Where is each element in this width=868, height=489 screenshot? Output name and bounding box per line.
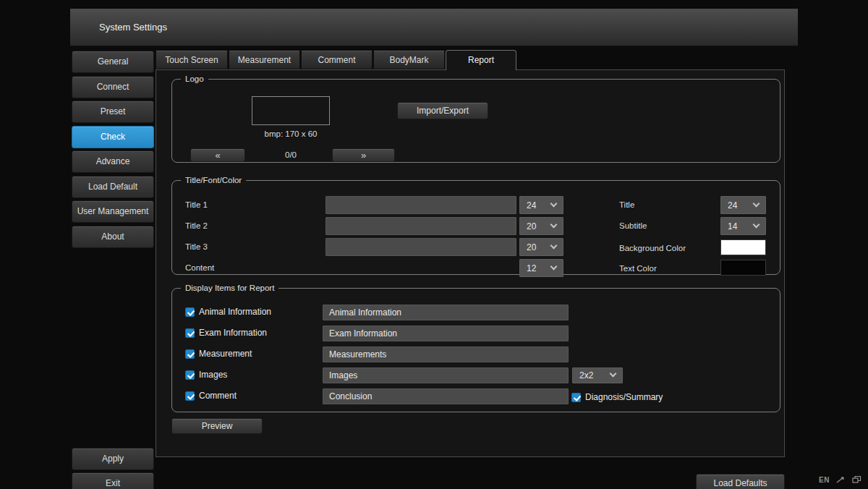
exam-information-checkbox-label: Exam Information	[199, 328, 267, 338]
system-settings-screen: System Settings General Connect Preset C…	[0, 0, 868, 489]
title3-label: Title 3	[185, 242, 208, 251]
sidebar-item-advance[interactable]: Advance	[72, 150, 154, 173]
status-tray: EN	[819, 475, 868, 484]
exam-information-checkbox-row[interactable]: Exam Information	[185, 328, 267, 338]
chevron-down-icon	[550, 263, 558, 270]
tab-bodymark[interactable]: BodyMark	[373, 50, 445, 69]
images-layout-value: 2x2	[579, 370, 593, 380]
content-label: Content	[185, 263, 214, 272]
chevron-down-icon	[753, 200, 760, 207]
animal-information-checkbox[interactable]	[185, 307, 195, 317]
title-font-color-legend: Title/Font/Color	[181, 176, 246, 184]
chevron-down-icon	[550, 200, 558, 207]
report-settings-panel: Logo bmp: 170 x 60 Import/Export « 0/0 »…	[156, 69, 785, 457]
diagnosis-summary-checkbox-row[interactable]: Diagnosis/Summary	[571, 392, 663, 402]
text-color-swatch[interactable]	[720, 260, 766, 276]
sidebar-item-about[interactable]: About	[72, 226, 154, 248]
report-subtitle-size-select[interactable]: 14	[720, 217, 766, 235]
content-size-select[interactable]: 12	[519, 259, 563, 277]
import-export-button[interactable]: Import/Export	[397, 102, 488, 119]
report-title-size-value: 24	[728, 200, 737, 211]
title-font-color-section: Title/Font/Color Title 1 24 Title 2 20 T…	[171, 176, 780, 275]
title1-size-value: 24	[527, 200, 536, 211]
load-defaults-button[interactable]: Load Defaults	[696, 474, 785, 489]
chevron-down-icon	[550, 221, 558, 228]
animal-information-checkbox-label: Animal Information	[199, 307, 271, 317]
logo-prev-button[interactable]: «	[190, 148, 245, 162]
report-subtitle-size-value: 14	[728, 221, 737, 231]
comment-title-input[interactable]	[323, 388, 569, 404]
tab-comment[interactable]: Comment	[301, 50, 373, 69]
diagnosis-summary-checkbox-label: Diagnosis/Summary	[585, 392, 663, 402]
window-titlebar: System Settings	[70, 9, 798, 46]
measurement-checkbox-label: Measurement	[199, 349, 252, 359]
title2-input[interactable]	[326, 217, 516, 235]
diagnosis-summary-checkbox[interactable]	[571, 393, 581, 402]
exit-button[interactable]: Exit	[72, 472, 154, 489]
background-color-label: Background Color	[619, 244, 686, 252]
measurement-checkbox-row[interactable]: Measurement	[185, 349, 252, 359]
display-items-section: Display Items for Report Animal Informat…	[171, 284, 780, 412]
images-title-input[interactable]	[323, 367, 569, 383]
logo-preview-box	[252, 96, 330, 125]
title1-input[interactable]	[326, 196, 516, 214]
title3-input[interactable]	[326, 238, 516, 256]
exam-information-title-input[interactable]	[323, 326, 569, 341]
title3-size-select[interactable]: 20	[519, 238, 563, 256]
logo-section-legend: Logo	[181, 75, 208, 83]
logo-next-button[interactable]: »	[332, 148, 395, 162]
sidebar-item-user-management[interactable]: User Management	[72, 200, 154, 223]
comment-checkbox-row[interactable]: Comment	[185, 391, 237, 401]
images-checkbox[interactable]	[185, 370, 195, 380]
report-title-label: Title	[619, 200, 634, 209]
title3-size-value: 20	[527, 242, 536, 252]
exam-information-checkbox[interactable]	[185, 328, 195, 338]
title2-label: Title 2	[185, 221, 208, 230]
comment-checkbox-label: Comment	[199, 391, 237, 401]
sidebar-item-check[interactable]: Check	[72, 126, 154, 148]
background-color-swatch[interactable]	[720, 239, 766, 255]
comment-checkbox[interactable]	[185, 391, 195, 401]
title1-label: Title 1	[185, 200, 208, 209]
apply-button[interactable]: Apply	[72, 448, 154, 470]
tab-measurement[interactable]: Measurement	[229, 50, 300, 69]
title2-size-value: 20	[527, 221, 536, 231]
images-layout-select[interactable]: 2x2	[572, 367, 623, 383]
logo-page-indicator: 0/0	[273, 150, 309, 159]
images-checkbox-row[interactable]: Images	[185, 370, 227, 380]
animal-information-title-input[interactable]	[323, 305, 569, 320]
logo-size-label: bmp: 170 x 60	[252, 129, 330, 138]
signal-icon	[836, 475, 846, 484]
tab-report[interactable]: Report	[446, 50, 516, 70]
display-items-legend: Display Items for Report	[181, 284, 278, 292]
windows-icon	[852, 475, 861, 484]
sidebar-item-connect[interactable]: Connect	[72, 76, 154, 98]
language-indicator: EN	[819, 476, 830, 484]
preview-button[interactable]: Preview	[171, 418, 263, 434]
content-size-value: 12	[527, 263, 536, 273]
measurement-checkbox[interactable]	[185, 349, 195, 359]
logo-section: Logo bmp: 170 x 60 Import/Export « 0/0 »	[171, 75, 780, 163]
measurement-title-input[interactable]	[323, 346, 569, 362]
images-checkbox-label: Images	[199, 370, 227, 380]
sidebar-item-general[interactable]: General	[72, 51, 154, 73]
report-title-size-select[interactable]: 24	[720, 196, 766, 214]
chevron-down-icon	[550, 242, 558, 249]
animal-information-checkbox-row[interactable]: Animal Information	[185, 307, 271, 317]
sidebar-item-load-default[interactable]: Load Default	[72, 176, 154, 198]
chevron-down-icon	[753, 221, 760, 228]
sidebar-item-preset[interactable]: Preset	[72, 101, 154, 123]
chevron-down-icon	[610, 370, 617, 378]
title1-size-select[interactable]: 24	[519, 196, 563, 214]
tab-touch-screen[interactable]: Touch Screen	[156, 50, 228, 69]
text-color-label: Text Color	[619, 264, 657, 273]
window-title: System Settings	[99, 9, 167, 46]
report-subtitle-label: Subtitle	[619, 221, 647, 230]
title2-size-select[interactable]: 20	[519, 217, 563, 235]
